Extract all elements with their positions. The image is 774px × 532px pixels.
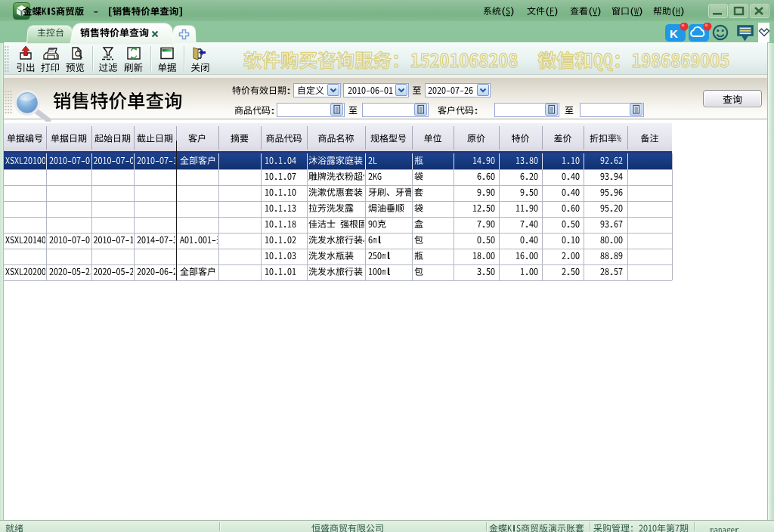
svg-text:K: K <box>670 27 678 40</box>
